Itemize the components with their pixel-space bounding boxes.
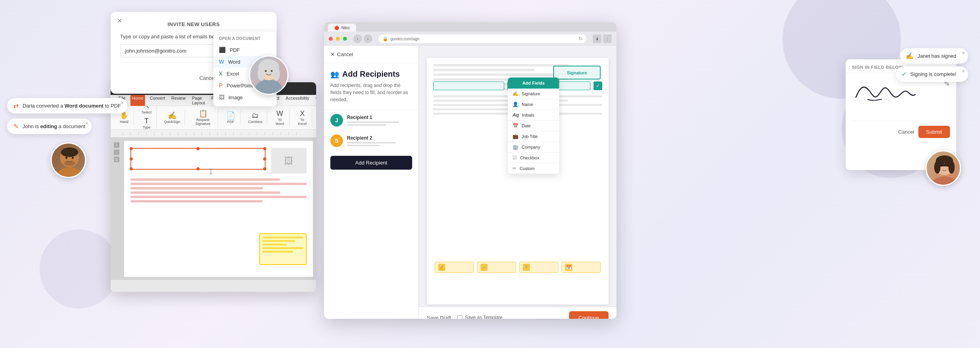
- edit-icon: ✎: [13, 123, 19, 130]
- left-bar-icon-2[interactable]: −: [114, 149, 119, 155]
- ribbon-word-button[interactable]: W To Word: [273, 109, 287, 127]
- browser-url-bar[interactable]: 🔒 gonitro.com/sign ↻: [379, 34, 586, 43]
- form-field-box-3[interactable]: T: [519, 262, 558, 273]
- browser-download-button[interactable]: ⬇: [593, 34, 601, 43]
- ribbon-request-button[interactable]: 📋 Request Signature: [190, 109, 215, 127]
- company-icon: 🏢: [513, 144, 518, 150]
- menu-review[interactable]: Review: [170, 95, 187, 106]
- selection-handle-br[interactable]: [263, 167, 266, 170]
- browser-menu-button[interactable]: ⋮: [603, 34, 612, 43]
- notification-john: ✎ John is editing a document ✕: [7, 119, 92, 134]
- word-icon: W: [219, 59, 224, 65]
- custom-icon: ✏: [513, 166, 516, 171]
- save-template-checkbox[interactable]: [457, 315, 462, 319]
- browser-back-button[interactable]: ‹: [353, 34, 362, 43]
- pdf-icon: 📄: [226, 112, 235, 119]
- save-template-label: Save as Template: [465, 315, 502, 319]
- save-draft-button[interactable]: Save Draft: [427, 315, 451, 319]
- sign-submit-button[interactable]: Submit: [918, 126, 950, 138]
- browser-close-dot[interactable]: [329, 37, 333, 41]
- recipients-sidebar: ✕ Cancel 👥 Add Recipients Add recipients…: [324, 46, 419, 319]
- menu-customize[interactable]: Customize: [314, 95, 316, 106]
- ruler-marks: [122, 132, 304, 135]
- field-item-company[interactable]: 🏢 Company: [508, 142, 559, 153]
- selection-handle-bl[interactable]: [130, 167, 133, 170]
- selection-box: [130, 148, 266, 170]
- cancel-button[interactable]: ✕ Cancel: [324, 46, 418, 63]
- field-item-job-title[interactable]: 💼 Job Title: [508, 131, 559, 142]
- doc-item-image-label: Image: [228, 95, 243, 100]
- menu-accessibility[interactable]: Accessibility: [284, 95, 311, 106]
- editor-content-area: + − ◫ ⌶ 🖼: [111, 138, 316, 280]
- sign-cancel-button[interactable]: Cancel: [898, 126, 914, 138]
- sign-actions: Cancel Submit: [846, 121, 956, 143]
- annotation-line-2: [262, 240, 295, 242]
- form-field-box-4[interactable]: 📅: [562, 262, 601, 273]
- notification-signing-text: Signing is complete!: [910, 71, 956, 77]
- svg-point-10: [61, 148, 78, 157]
- add-fields-header: Add Fields: [508, 78, 559, 89]
- menu-page-layout[interactable]: Page Layout: [190, 95, 207, 106]
- notification-janet-text: Janet has signed: [918, 53, 956, 59]
- left-bar-icon-3[interactable]: ◫: [114, 157, 119, 162]
- ribbon-quicksign-button[interactable]: ✍ QuickSign: [162, 111, 182, 125]
- form-field-box-1[interactable]: ✍: [435, 262, 474, 273]
- teal-field-1[interactable]: [433, 81, 504, 90]
- notification-janet: ✍ Janet has signed ✕: [900, 48, 968, 64]
- notification-darla-close[interactable]: ✕: [121, 100, 124, 106]
- field-item-name[interactable]: 👤 Name: [508, 99, 559, 110]
- signature-field-overlay[interactable]: Signature: [553, 66, 601, 79]
- ribbon-pdf-button[interactable]: 📄 PDF: [224, 111, 238, 125]
- notification-signing-close[interactable]: ✕: [961, 69, 965, 74]
- field-label-signature: Signature: [522, 91, 540, 96]
- ribbon-combine-button[interactable]: 🗂 Combine: [246, 111, 264, 125]
- selection-handle-mr[interactable]: [263, 157, 266, 161]
- excel-icon: X: [300, 110, 305, 117]
- field-item-date[interactable]: 📅 Date: [508, 121, 559, 131]
- field-box-icon-1: ✍: [438, 264, 445, 271]
- field-box-icon-2: ✓: [481, 264, 488, 271]
- svg-point-17: [934, 161, 940, 174]
- field-item-signature[interactable]: ✍ Signature: [508, 89, 559, 99]
- ribbon-group-combine: 🗂 Combine: [244, 111, 267, 125]
- selection-handle-tl[interactable]: [130, 147, 133, 150]
- ribbon-type-text-button[interactable]: T Type Text: [139, 116, 154, 130]
- browser-tab-active[interactable]: 🔴 Nitro: [328, 24, 356, 32]
- field-item-initials[interactable]: Aq Initials: [508, 110, 559, 121]
- pdf-icon: ⬛: [219, 47, 226, 53]
- recipient-item-1: J Recipient 1: [324, 110, 418, 130]
- cancel-label: Cancel: [337, 51, 353, 57]
- browser-actions: ⬇ ⋮: [593, 34, 612, 43]
- notification-john-close[interactable]: ✕: [85, 121, 89, 126]
- selection-handle-bc[interactable]: [196, 167, 200, 170]
- editor-left-bar: + − ◫: [114, 141, 122, 277]
- menu-convert[interactable]: Convert: [148, 95, 167, 106]
- recipients-description: Add recipients, drag and drop the fields…: [330, 82, 412, 103]
- doc-line-3: [130, 187, 263, 189]
- initials-icon: Aq: [513, 112, 519, 118]
- svg-point-4: [272, 67, 280, 81]
- menu-home[interactable]: Home: [130, 95, 145, 106]
- field-item-custom[interactable]: ✏ Custom: [508, 163, 559, 174]
- left-bar-icon-1[interactable]: +: [114, 142, 119, 148]
- ribbon-excel-button[interactable]: X To Excel: [295, 109, 309, 127]
- ribbon-select-button[interactable]: ↖ Select: [139, 106, 154, 115]
- invite-close-button[interactable]: ✕: [115, 17, 123, 25]
- form-field-box-2[interactable]: ✓: [477, 262, 516, 273]
- doc-image-placeholder: 🖼: [271, 148, 307, 174]
- add-recipient-button[interactable]: Add Recipient: [330, 156, 412, 170]
- doc-item-pdf[interactable]: ⬛ PDF: [213, 44, 277, 56]
- ribbon-group-pdf: 📄 PDF: [221, 111, 241, 125]
- browser-minimize-dot[interactable]: [336, 37, 340, 41]
- select-icon: ↖: [144, 106, 150, 110]
- selection-handle-tc[interactable]: [196, 147, 200, 150]
- notification-janet-close[interactable]: ✕: [961, 51, 965, 56]
- browser-maximize-dot[interactable]: [343, 37, 347, 41]
- field-label-company: Company: [522, 145, 540, 149]
- field-item-checkbox[interactable]: ☑ Checkbox: [508, 153, 559, 163]
- annotation-line-3: [262, 244, 287, 246]
- browser-forward-button[interactable]: ›: [364, 34, 372, 43]
- selection-handle-tr[interactable]: [263, 147, 266, 150]
- continue-button[interactable]: Continue: [569, 311, 609, 319]
- selection-handle-ml[interactable]: [130, 157, 133, 161]
